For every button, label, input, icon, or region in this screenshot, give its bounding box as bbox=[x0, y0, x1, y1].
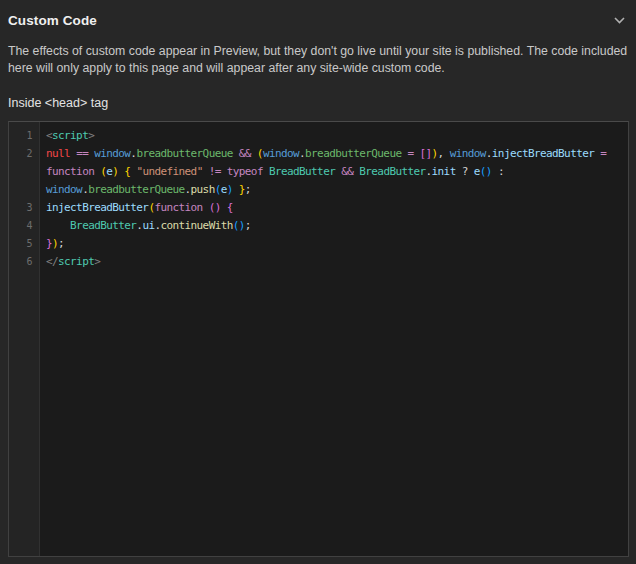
code-token bbox=[46, 219, 70, 232]
code-token: breadbutterQueue bbox=[136, 147, 232, 160]
custom-code-panel: Custom Code The effects of custom code a… bbox=[0, 0, 636, 564]
code-token: injectBreadButter bbox=[492, 147, 594, 160]
code-text: </script> bbox=[41, 253, 628, 271]
code-token: > bbox=[94, 255, 100, 268]
code-token: != bbox=[209, 165, 221, 178]
code-line: 1<script> bbox=[9, 127, 628, 145]
code-token: window bbox=[450, 147, 486, 160]
code-token: injectBreadButter bbox=[46, 201, 148, 214]
code-token: && bbox=[341, 165, 353, 178]
code-token: ui bbox=[142, 219, 154, 232]
code-token: </ bbox=[46, 255, 58, 268]
line-number: 1 bbox=[9, 127, 41, 145]
code-token: push bbox=[191, 183, 215, 196]
code-token: > bbox=[88, 129, 94, 142]
code-token: typeof bbox=[227, 165, 263, 178]
line-number: 4 bbox=[9, 217, 41, 235]
code-line: 5}); bbox=[9, 235, 628, 253]
code-line: 6</script> bbox=[9, 253, 628, 271]
description-line: here will only apply to this page and wi… bbox=[8, 60, 629, 77]
code-token: script bbox=[52, 129, 88, 142]
code-token: ; bbox=[245, 219, 251, 232]
code-token: () bbox=[209, 201, 221, 214]
code-token: () bbox=[480, 165, 492, 178]
code-token: && bbox=[239, 147, 251, 160]
code-token: continueWith bbox=[160, 219, 232, 232]
code-token: BreadButter bbox=[269, 165, 335, 178]
code-token: () bbox=[233, 219, 245, 232]
description-line: The effects of custom code appear in Pre… bbox=[8, 43, 629, 60]
code-text: <script> bbox=[41, 127, 628, 145]
panel-header: Custom Code bbox=[8, 0, 629, 30]
code-token: ; bbox=[245, 183, 251, 196]
code-token: [] bbox=[420, 147, 432, 160]
collapse-section-button[interactable] bbox=[610, 15, 629, 26]
head-code-editor[interactable]: 1<script>2null == window.breadbutterQueu… bbox=[8, 121, 629, 557]
line-number: 3 bbox=[9, 199, 41, 217]
code-token: breadbutterQueue bbox=[305, 147, 401, 160]
description: The effects of custom code appear in Pre… bbox=[8, 43, 629, 77]
code-line: 3injectBreadButter(function () { bbox=[9, 199, 628, 217]
code-text: BreadButter.ui.continueWith(); bbox=[41, 217, 628, 235]
line-number: 6 bbox=[9, 253, 41, 271]
head-tag-label: Inside <head> tag bbox=[8, 96, 629, 110]
code-token: "undefined" bbox=[136, 165, 202, 178]
code-token: BreadButter bbox=[70, 219, 136, 232]
code-token: { bbox=[227, 201, 233, 214]
code-token: window bbox=[94, 147, 130, 160]
line-number: 2 bbox=[9, 145, 41, 163]
code-token: function bbox=[154, 201, 202, 214]
code-text: injectBreadButter(function () { bbox=[41, 199, 628, 217]
code-token: init bbox=[432, 165, 456, 178]
code-text: null == window.breadbutterQueue && (wind… bbox=[41, 145, 628, 199]
chevron-down-icon bbox=[614, 12, 625, 27]
code-token: script bbox=[58, 255, 94, 268]
line-number: 5 bbox=[9, 235, 41, 253]
code-token: window bbox=[46, 183, 82, 196]
code-token: BreadButter bbox=[359, 165, 425, 178]
code-token bbox=[606, 147, 612, 160]
code-line: 4 BreadButter.ui.continueWith(); bbox=[9, 217, 628, 235]
code-content[interactable]: 1<script>2null == window.breadbutterQueu… bbox=[9, 122, 628, 271]
code-token: function bbox=[46, 165, 94, 178]
code-text: }); bbox=[41, 235, 628, 253]
code-token: == bbox=[76, 147, 88, 160]
code-line: 2null == window.breadbutterQueue && (win… bbox=[9, 145, 628, 199]
code-token: breadbutterQueue bbox=[88, 183, 184, 196]
page-title: Custom Code bbox=[8, 13, 97, 28]
code-token bbox=[504, 165, 510, 178]
code-token: ; bbox=[58, 237, 64, 250]
code-token: window bbox=[263, 147, 299, 160]
code-token: null bbox=[46, 147, 70, 160]
